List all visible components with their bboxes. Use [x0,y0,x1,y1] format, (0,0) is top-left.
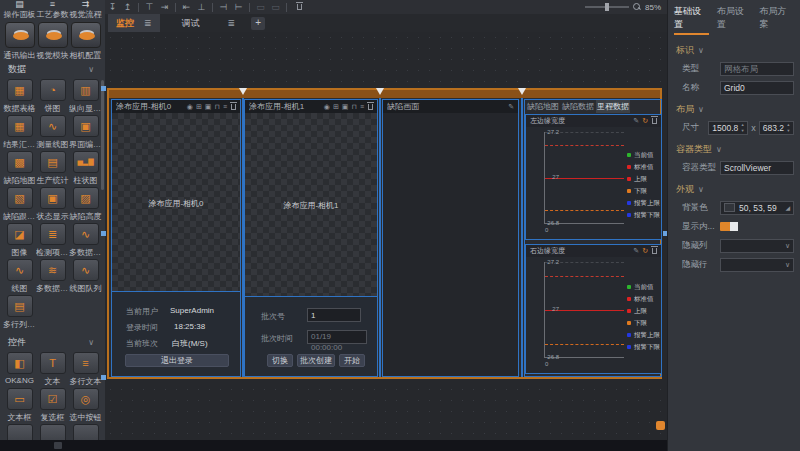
align-bottom-icon[interactable]: ↧ [105,1,120,14]
batch-time-input[interactable]: 01/19 00:00:00 [307,330,367,344]
sidebar-item-process-params[interactable]: ≡ 工艺参数 [36,0,69,20]
sidebar-item-line-queue[interactable]: ∿线图队列 [69,259,102,294]
sidebar-item-bar-chart[interactable]: ▅▂▇柱状图 [69,151,102,186]
delete-icon[interactable] [652,248,657,254]
delete-icon[interactable] [368,104,373,110]
sidebar-item-textbox[interactable]: ▭文本框 [3,388,36,423]
column-marker[interactable] [518,88,526,95]
panel-defect-view[interactable]: 缺陷画面 ✎ [382,99,519,377]
sidebar-item-partial[interactable] [3,424,36,440]
chart-right-edge-width[interactable]: 右边缘宽度 ✎ ↻ 27.2 27 26.8 0 [525,244,662,374]
tab-menu-icon[interactable]: ≣ [144,18,152,28]
delete-icon[interactable] [231,104,236,110]
delete-icon[interactable] [652,118,657,124]
sidebar-item-ok-ng[interactable]: ◧OK&NG [3,352,36,385]
sidebar-item-partial[interactable] [36,424,69,440]
sidebar-item-operation-panel[interactable]: ▤ 操作面板 [3,0,36,20]
section-appearance[interactable]: 外观 ∨ [668,177,800,198]
section-header-data[interactable]: 数据 ∨ [0,62,100,76]
column-marker[interactable] [239,88,247,95]
resize-handle[interactable] [101,231,106,236]
match-height-icon[interactable]: ⊢ [231,1,246,14]
sidebar-item-line-chart[interactable]: ∿线图 [3,259,36,294]
sidebar-item-defect-track[interactable]: ▧缺陷跟踪图 [3,187,36,222]
copy-icon[interactable]: ▣ [205,101,212,113]
column-splitter[interactable] [379,98,381,377]
sidebar-item-multi-data-line[interactable]: ≋多数据线.. [36,259,69,294]
ungroup-icon[interactable]: ▭ [268,1,283,14]
zoom-slider-handle[interactable] [605,3,609,11]
chart-left-edge-width[interactable]: 左边缘宽度 ✎ ↻ 27.2 27 26.8 0 [525,114,662,240]
sidebar-item-production-stats[interactable]: ▤生产统计 [36,151,69,186]
resize-handle[interactable] [101,375,106,380]
sidebar-item-multi-data-fold[interactable]: ∿多数据折... [69,223,102,258]
type-field[interactable]: 网格布局 [720,62,794,76]
sidebar-item-pie-chart[interactable]: ◔饼图 [36,79,69,114]
sidebar-item-comm-output[interactable]: 通讯输出 [3,22,36,61]
selection-anchor[interactable] [656,421,665,430]
sidebar-item-camera-config[interactable]: 相机配置 [69,22,102,61]
sidebar-item-text[interactable]: T文本 [36,352,69,387]
hidden-columns-select[interactable]: ∨ [720,239,794,253]
column-marker[interactable] [376,88,384,95]
sidebar-item-vision-module[interactable]: 视觉模块 [36,22,69,61]
scale-icon[interactable]: ⊞ [196,101,202,113]
copy-icon[interactable]: ▣ [342,101,349,113]
camera0-viewport[interactable]: 涂布应用-相机0 [112,113,240,293]
expand-corner-icon[interactable]: ◢ [785,202,790,214]
tab-menu-icon[interactable]: ≣ [228,18,236,28]
sidebar-item-image[interactable]: ◪图像 [3,223,36,258]
hidden-rows-select[interactable]: ∨ [720,258,794,272]
design-canvas[interactable]: 涂布应用-相机0 ◉ ⊞ ▣ ⊓ ≡ 涂布应用-相机0 当前用户 SuperAd… [105,32,667,440]
panel-camera1[interactable]: 涂布应用-相机1 ◉ ⊞ ▣ ⊓ ≡ 涂布应用-相机1 批次号 批次时间 01/… [244,99,378,377]
display-toggle[interactable] [720,222,738,231]
sidebar-item-measure-line-chart[interactable]: ∿测量线图 [36,115,69,150]
resize-handle[interactable] [101,86,106,91]
add-tab-button[interactable]: + [251,17,265,30]
section-container-type[interactable]: 容器类型 ∨ [668,137,800,158]
sidebar-item-multiline-text[interactable]: ≡多行文本 [69,352,102,387]
distribute-vertical-icon[interactable]: ⊥ [194,1,209,14]
sidebar-item-status-display[interactable]: ▣状态显示 [36,187,69,222]
lock-icon[interactable]: ⊓ [214,101,219,113]
container-type-select[interactable]: ScrollViewer [720,161,794,175]
height-stepper[interactable]: 683.2 ▴▾ [759,121,794,135]
sidebar-item-vision-flow[interactable]: ⇉ 视觉流程 [69,0,102,20]
batch-number-input[interactable] [307,308,361,322]
tab-basic-settings[interactable]: 基础设置 [674,5,709,35]
section-identity[interactable]: 标识 ∨ [668,38,800,59]
tab-monitor[interactable]: 监控 ≣ [108,14,160,32]
sidebar-item-inspection-log[interactable]: ≣检测项日志 [36,223,69,258]
logout-button[interactable]: 退出登录 [125,354,229,367]
visibility-icon[interactable]: ◉ [324,101,330,113]
zoom-slider[interactable] [585,6,629,8]
sidebar-item-radio-button[interactable]: ◎选中按钮 [69,388,102,423]
tab-debug[interactable]: 调试 ≣ [174,14,244,32]
align-left-icon[interactable]: ⊤ [142,1,157,14]
visibility-icon[interactable]: ◉ [187,101,193,113]
tab-defect-data[interactable]: 缺陷数据 [561,100,595,113]
column-splitter[interactable] [521,98,523,377]
grid-layout-selection[interactable]: 涂布应用-相机0 ◉ ⊞ ▣ ⊓ ≡ 涂布应用-相机0 当前用户 SuperAd… [107,88,662,379]
sidebar-item-data-table[interactable]: ▦数据表格 [3,79,36,114]
sidebar-item-partial[interactable] [69,424,102,440]
edit-icon[interactable]: ✎ [633,117,639,125]
lock-icon[interactable]: ⊓ [351,101,356,113]
align-right-icon[interactable]: ⇥ [157,1,172,14]
align-top-icon[interactable]: ↥ [120,1,135,14]
sidebar-item-defect-height[interactable]: ▨缺陷高度 [69,187,102,222]
edit-icon[interactable]: ✎ [508,101,514,113]
sidebar-item-vertical-display[interactable]: ▥纵向显示... [69,79,102,114]
sidebar-item-checkbox[interactable]: ☑复选框 [36,388,69,423]
match-width-icon[interactable]: ⊣ [216,1,231,14]
sidebar-item-multi-row-defect[interactable]: ▤多行列缺... [3,295,36,330]
tab-mileage-data[interactable]: 里程数据 [596,100,630,113]
width-stepper[interactable]: 1500.8 ▴▾ [708,121,748,135]
distribute-horizontal-icon[interactable]: ⇤ [179,1,194,14]
panel-camera0[interactable]: 涂布应用-相机0 ◉ ⊞ ▣ ⊓ ≡ 涂布应用-相机0 当前用户 SuperAd… [111,99,241,377]
scale-icon[interactable]: ⊞ [333,101,339,113]
group-icon[interactable]: ▭ [253,1,268,14]
batch-create-button[interactable]: 批次创建 [297,354,335,367]
sidebar-scrollbar[interactable] [101,80,104,190]
background-color-field[interactable]: 50, 53, 59 ◢ [720,201,794,215]
